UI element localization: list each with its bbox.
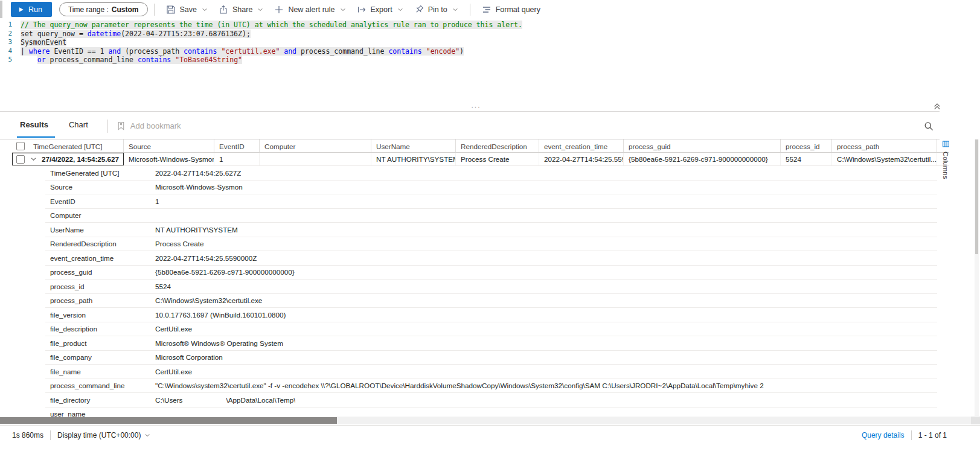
column-header-username[interactable]: UserName [371, 139, 456, 152]
line-number: 3 [0, 38, 21, 47]
row-cell-eventid[interactable]: 1 [214, 153, 260, 165]
horizontal-scrollbar[interactable] [0, 417, 971, 424]
code-line[interactable]: 3SysmonEvent [0, 38, 968, 47]
add-bookmark-button[interactable]: Add bookmark [117, 121, 181, 130]
detail-value: 2022-04-27T14:54:25.5590000Z [155, 254, 257, 262]
row-checkbox[interactable] [16, 155, 25, 164]
code-line[interactable]: 5 or process_command_line contains "ToBa… [0, 56, 968, 65]
column-header-source[interactable]: Source [124, 139, 214, 152]
save-button[interactable]: Save [161, 2, 214, 18]
kql-query-editor[interactable]: 1// The query_now parameter represents t… [0, 21, 968, 65]
detail-label: process_id [45, 283, 155, 290]
play-icon [18, 6, 24, 13]
code-line[interactable]: 2set query_now = datetime(2022-04-27T15:… [0, 30, 968, 39]
detail-label: file_name [45, 368, 155, 376]
detail-row[interactable]: EventID1 [45, 194, 937, 209]
collapse-row-chevron-icon[interactable] [30, 156, 37, 162]
command-label: New alert rule [288, 5, 335, 14]
command-label: Format query [496, 5, 540, 14]
row-cell-rendereddescription[interactable]: Process Create [456, 153, 539, 165]
format-query-button[interactable]: Format query [476, 2, 546, 18]
export-icon [357, 5, 367, 14]
export-button[interactable]: Export [351, 2, 409, 18]
column-header-timegenerated-utc-[interactable]: TimeGenerated [UTC] [12, 139, 124, 152]
detail-row[interactable]: event_creation_time2022-04-27T14:54:25.5… [45, 251, 937, 266]
detail-label: user_name [45, 410, 155, 417]
detail-value: Microsoft-Windows-Sysmon [155, 183, 243, 191]
vertical-scrollbar-thumb[interactable] [975, 139, 978, 254]
detail-row[interactable]: file_nameCertUtil.exe [45, 365, 937, 379]
detail-row[interactable]: file_directoryC:\Users\AppData\Local\Tem… [45, 393, 937, 407]
column-header-rendereddescription[interactable]: RenderedDescription [456, 139, 539, 152]
detail-row[interactable]: process_id5524 [45, 280, 937, 294]
row-cell-source[interactable]: Microsoft-Windows-Sysmon [124, 153, 214, 165]
detail-row[interactable]: SourceMicrosoft-Windows-Sysmon [45, 181, 937, 195]
detail-value: Microsoft® Windows® Operating System [155, 339, 283, 347]
add-bookmark-label: Add bookmark [130, 121, 181, 130]
column-header-process-id[interactable]: process_id [781, 139, 832, 152]
toolbar-divider [470, 4, 470, 16]
detail-row[interactable]: process_pathC:\Windows\System32\certutil… [45, 294, 937, 308]
detail-row[interactable]: RenderedDescriptionProcess Create [45, 237, 937, 252]
column-header-process-path[interactable]: process_path [832, 139, 937, 152]
tabs-divider [107, 120, 108, 133]
time-range-picker[interactable]: Time range : Custom [59, 2, 148, 16]
detail-row[interactable]: TimeGenerated [UTC]2022-04-27T14:54:25.6… [45, 166, 937, 181]
pin-to-button[interactable]: Pin to [409, 2, 464, 18]
row-cell-timegenerated-utc-[interactable]: 27/4/2022, 14:54:25.627 [12, 153, 124, 165]
column-header-eventid[interactable]: EventID [214, 139, 260, 152]
tab-results[interactable]: Results [19, 118, 50, 134]
grid-data-row[interactable]: 27/4/2022, 14:54:25.627Microsoft-Windows… [12, 153, 949, 166]
line-content: set query_now = datetime(2022-04-27T15:2… [21, 30, 251, 39]
results-tabs-row: Results Chart Add bookmark [0, 113, 980, 139]
detail-row[interactable]: process_command_line"C:\Windows\system32… [45, 379, 937, 394]
left-edge-divider [0, 1, 2, 18]
chevron-down-icon [340, 7, 346, 13]
query-details-link[interactable]: Query details [862, 431, 905, 439]
detail-label: file_company [45, 353, 155, 361]
row-cell-username[interactable]: NT AUTHORITY\SYSTEM [371, 153, 456, 165]
row-cell-process-guid[interactable]: {5b80ea6e-5921-6269-c971-900000000000} [624, 153, 781, 165]
results-grid: TimeGenerated [UTC]SourceEventIDComputer… [0, 139, 940, 417]
detail-row[interactable]: file_descriptionCertUtil.exe [45, 322, 937, 337]
row-cell-event-creation-time[interactable]: 2022-04-27T14:54:25.5590000Z [539, 153, 624, 165]
expanded-row-details: TimeGenerated [UTC]2022-04-27T14:54:25.6… [0, 166, 940, 417]
detail-row[interactable]: file_productMicrosoft® Windows® Operatin… [45, 336, 937, 351]
command-label: Save [180, 5, 197, 14]
save-icon [166, 5, 176, 14]
share-button[interactable]: Share [213, 2, 269, 18]
detail-value: C:\Windows\System32\certutil.exe [155, 296, 262, 304]
detail-label: Source [45, 183, 155, 191]
vertical-scrollbar[interactable] [975, 139, 979, 416]
row-cell-process-path[interactable]: C:\Windows\System32\certutil.... [832, 153, 937, 165]
horizontal-scrollbar-thumb[interactable] [0, 417, 337, 424]
detail-row[interactable]: UserNameNT AUTHORITY\SYSTEM [45, 223, 937, 237]
detail-row[interactable]: file_companyMicrosoft Corporation [45, 351, 937, 365]
collapse-editor-icon[interactable] [933, 102, 941, 110]
column-header-computer[interactable]: Computer [260, 139, 371, 152]
columns-side-tab[interactable]: Columns [940, 140, 952, 179]
column-header-process-guid[interactable]: process_guid [624, 139, 781, 152]
row-cell-process-id[interactable]: 5524 [781, 153, 832, 165]
command-label: Export [371, 5, 392, 14]
command-label: Pin to [428, 5, 447, 14]
detail-row[interactable]: file_version10.0.17763.1697 (WinBuild.16… [45, 308, 937, 322]
select-all-checkbox[interactable] [16, 142, 25, 150]
splitter-handle[interactable]: ··· [471, 104, 481, 110]
detail-row[interactable]: Computer [45, 209, 937, 223]
share-icon [219, 5, 228, 14]
detail-row[interactable]: user_name [45, 407, 937, 417]
search-icon[interactable] [924, 121, 934, 131]
footer-right: Query details 1 - 1 of 1 [862, 430, 947, 440]
new-alert-rule-button[interactable]: New alert rule [269, 2, 351, 18]
column-header-event-creation-time[interactable]: event_creation_time [539, 139, 624, 152]
run-button[interactable]: Run [11, 2, 52, 17]
display-time-dropdown[interactable]: Display time (UTC+00:00) [57, 431, 150, 439]
tab-chart[interactable]: Chart [68, 118, 89, 134]
command-bar: Run Time range : Custom SaveShareNew ale… [0, 0, 980, 19]
detail-value: CertUtil.exe [155, 368, 192, 376]
code-line[interactable]: 1// The query_now parameter represents t… [0, 21, 968, 30]
detail-row[interactable]: process_guid{5b80ea6e-5921-6269-c971-900… [45, 266, 937, 280]
row-cell-computer[interactable] [260, 153, 371, 165]
code-line[interactable]: 4| where EventID == 1 and (process_path … [0, 47, 968, 56]
